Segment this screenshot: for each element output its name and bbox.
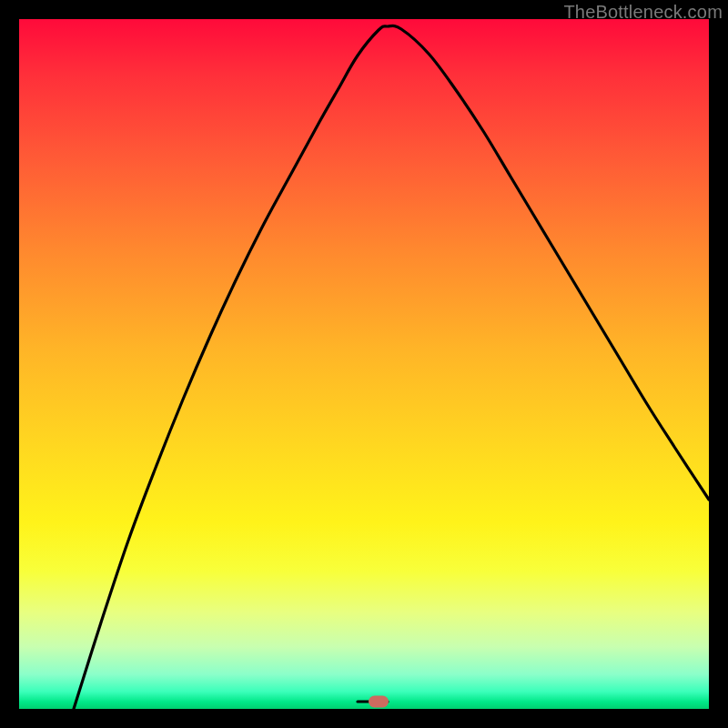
chart-frame [19,19,709,709]
bottleneck-marker [369,696,389,708]
chart-curve-svg [19,19,709,709]
bottleneck-curve-path [74,25,709,709]
